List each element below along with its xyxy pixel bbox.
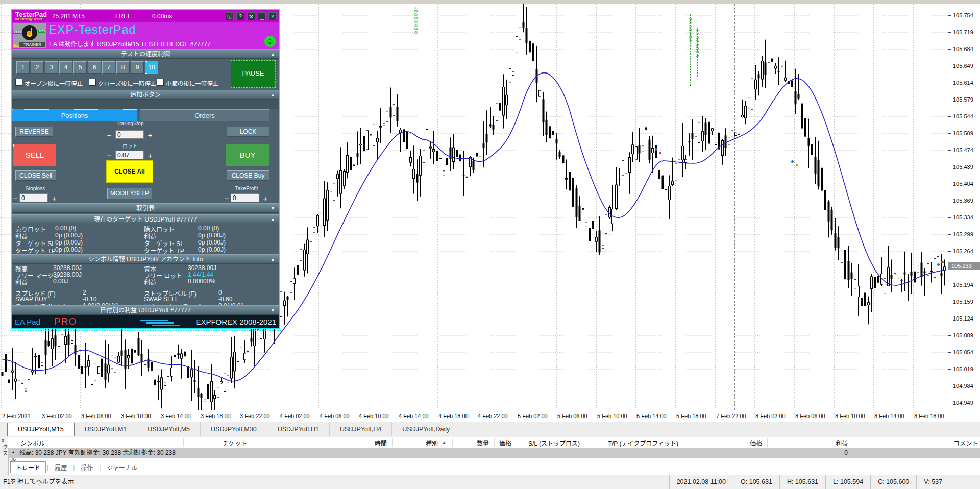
takeprofit-plus-button[interactable]: + bbox=[262, 194, 268, 203]
column-takeprofit[interactable]: T/P (テイクプロフィット) bbox=[600, 438, 678, 447]
toolbox-close-icon[interactable]: x bbox=[2, 437, 4, 443]
price-tick-mark bbox=[948, 133, 951, 134]
tab-journal[interactable]: ジャーナル bbox=[102, 462, 142, 473]
column-price-open[interactable]: 価格 bbox=[483, 438, 511, 447]
speed-button-10[interactable]: 10 bbox=[145, 61, 158, 74]
price-tick-label: 105.474 bbox=[953, 147, 973, 153]
takeprofit-input[interactable] bbox=[231, 193, 259, 202]
price-tick-mark bbox=[948, 116, 951, 117]
price-tick-mark bbox=[948, 386, 951, 386]
speed-button-8[interactable]: 8 bbox=[116, 61, 130, 74]
lot-minus-button[interactable]: − bbox=[106, 151, 112, 160]
buy-button[interactable]: BUY bbox=[226, 144, 270, 166]
section-header-symbol-info[interactable]: シンボル情報 USDJPYoff/ アカウント Info ▲ bbox=[12, 254, 279, 264]
time-tick-label: 3 Feb 14:00 bbox=[161, 413, 191, 419]
chart-tab-h1[interactable]: USDJPYoff,H1 bbox=[267, 422, 330, 436]
takeprofit-minus-button[interactable]: − bbox=[224, 194, 230, 203]
close-buy-button[interactable]: CLOSE Buy bbox=[227, 170, 270, 181]
logo-trainer-label: TRAINER bbox=[19, 42, 45, 47]
section-header-trade-table[interactable]: 取引表 ▼ bbox=[12, 203, 279, 213]
pause-after-close-checkbox[interactable] bbox=[89, 79, 96, 86]
tab-trade[interactable]: トレード bbox=[10, 461, 46, 473]
speed-button-7[interactable]: 7 bbox=[102, 61, 115, 74]
column-profit[interactable]: 利益 bbox=[804, 438, 848, 447]
price-tick-label: 105.264 bbox=[953, 248, 973, 254]
section-header-current-target[interactable]: 現在のターゲット USDJPYoff #77777 ▲ bbox=[12, 214, 279, 224]
column-divider bbox=[183, 438, 184, 447]
stoploss-minus-button[interactable]: − bbox=[12, 194, 18, 203]
toolbox-tabs: トレード | 履歴 | 操作 | ジャーナル bbox=[10, 461, 142, 473]
close-sell-button[interactable]: CLOSE Sell bbox=[15, 170, 56, 181]
stoploss-plus-button[interactable]: + bbox=[51, 194, 57, 203]
column-stoploss[interactable]: S/L (ストップロス) bbox=[519, 438, 580, 447]
section-header-daily-profit[interactable]: 日付別の利益 USDJPYoff #77777 ▼ bbox=[12, 305, 279, 315]
price-tick-label: 105.124 bbox=[953, 315, 973, 322]
lot-input[interactable] bbox=[115, 151, 144, 159]
info-gap bbox=[15, 284, 277, 289]
pause-after-bar-checkbox[interactable] bbox=[157, 79, 164, 86]
price-tick-mark bbox=[948, 403, 951, 403]
column-price-current[interactable]: 価格 bbox=[718, 438, 762, 447]
speed-button-1[interactable]: 1 bbox=[16, 61, 30, 74]
column-ticket[interactable]: チケット bbox=[223, 438, 247, 447]
time-tick-label: 3 Feb 06:00 bbox=[81, 413, 111, 419]
speed-button-3[interactable]: 3 bbox=[45, 61, 58, 74]
price-tick-mark bbox=[948, 49, 951, 50]
trailingstop-plus-button[interactable]: + bbox=[147, 131, 153, 139]
price-tick-label: 105.579 bbox=[953, 96, 973, 103]
speed-button-4[interactable]: 4 bbox=[59, 61, 72, 74]
price-tick-label: 105.544 bbox=[953, 113, 973, 119]
time-tick-label: 3 Feb 22:00 bbox=[240, 413, 270, 419]
time-tick-label: 8 Feb 06:00 bbox=[795, 413, 825, 419]
column-time[interactable]: 時間 bbox=[314, 438, 387, 447]
pause-button[interactable]: PAUSE bbox=[231, 60, 276, 88]
tab-positions[interactable]: Positions bbox=[12, 109, 137, 121]
column-type[interactable]: 種別 bbox=[396, 438, 438, 447]
chart-tab-h4[interactable]: USDJPYoff,H4 bbox=[330, 422, 392, 436]
testerpad-panel[interactable]: TesterPad for Strategy Tester 25.201 MT5… bbox=[11, 9, 280, 329]
tools-icon[interactable]: ⚒ bbox=[247, 12, 255, 20]
price-tick-label: 105.369 bbox=[953, 198, 973, 204]
reverse-button[interactable]: REVERSE bbox=[15, 127, 53, 137]
price-tick-label: 105.299 bbox=[953, 231, 973, 237]
chart-tab-m30[interactable]: USDJPYoff,M30 bbox=[201, 422, 267, 436]
chart-tab-m1[interactable]: USDJPYoff,M1 bbox=[75, 422, 138, 436]
time-tick-label: 4 Feb 18:00 bbox=[438, 413, 469, 419]
stoploss-input[interactable] bbox=[19, 193, 48, 202]
tab-history[interactable]: 履歴 bbox=[50, 462, 72, 473]
info-icon[interactable]: ⓘ bbox=[226, 12, 234, 20]
balance-row[interactable]: • 残高: 30 238 JPY 有効証拠金: 30 238 余剰証拠金: 30… bbox=[8, 448, 980, 458]
stoploss-label: Stoploss bbox=[19, 186, 51, 191]
panel-titlebar[interactable]: TesterPad for Strategy Tester 25.201 MT5… bbox=[12, 10, 279, 22]
price-tick-mark bbox=[948, 285, 951, 285]
speed-button-9[interactable]: 9 bbox=[131, 61, 144, 74]
lot-plus-button[interactable]: + bbox=[147, 151, 153, 160]
lock-button[interactable]: LOCK bbox=[227, 127, 270, 137]
close-icon[interactable]: × bbox=[268, 12, 277, 20]
info-row: 利益0.00J 利益0.00000% bbox=[15, 278, 277, 284]
pause-after-open-checkbox[interactable] bbox=[15, 79, 22, 86]
tab-divider: | bbox=[72, 464, 76, 471]
trailingstop-minus-button[interactable]: − bbox=[106, 131, 112, 139]
speed-button-6[interactable]: 6 bbox=[88, 61, 101, 74]
tab-operations[interactable]: 操作 bbox=[76, 462, 98, 473]
modify-sltp-button[interactable]: MODIFYSLTP bbox=[107, 188, 152, 199]
hand-icon: ☝ bbox=[22, 25, 37, 40]
help-icon[interactable]: ? bbox=[236, 12, 244, 20]
trailingstop-input[interactable] bbox=[115, 130, 144, 139]
time-tick-label: 8 Feb 02:00 bbox=[755, 413, 786, 419]
chart-tab-m5[interactable]: USDJPYoff,M5 bbox=[137, 422, 201, 436]
time-tick-label: 5 Feb 02:00 bbox=[518, 413, 548, 419]
column-comment[interactable]: コメント bbox=[937, 438, 978, 447]
section-header-extra-buttons[interactable]: 追加ボタン ▲ bbox=[12, 90, 279, 100]
chart-tab-m15[interactable]: USDJPYoff,M15 bbox=[7, 423, 75, 436]
minimize-icon[interactable]: ▁ bbox=[258, 12, 266, 20]
speed-button-5[interactable]: 5 bbox=[74, 61, 87, 74]
section-header-speed[interactable]: テストの速度制御 ▲ bbox=[12, 49, 279, 59]
chart-tab-daily[interactable]: USDJPYoff,Daily bbox=[392, 422, 460, 436]
column-symbol[interactable]: シンボル bbox=[20, 438, 45, 447]
sell-button[interactable]: SELL bbox=[13, 144, 56, 166]
speed-button-2[interactable]: 2 bbox=[31, 61, 44, 74]
close-all-button[interactable]: CLOSE All bbox=[106, 160, 153, 183]
tab-orders[interactable]: Orders bbox=[140, 109, 270, 121]
